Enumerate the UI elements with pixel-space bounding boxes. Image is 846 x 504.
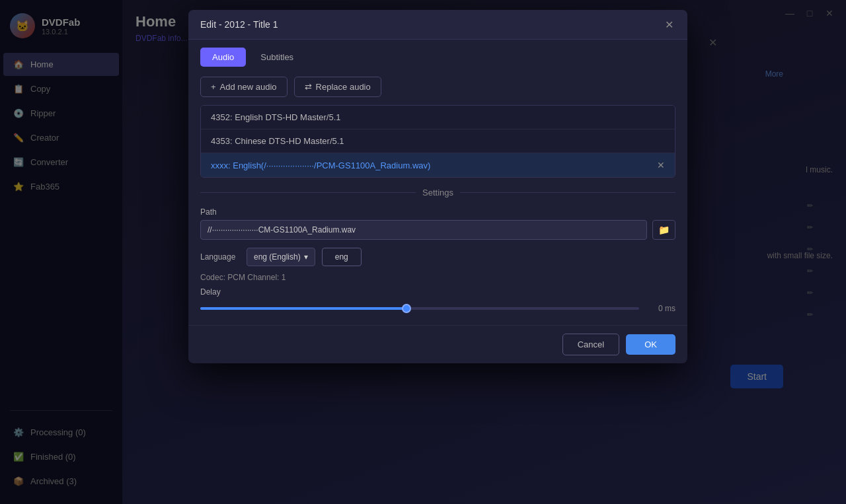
replace-audio-button[interactable]: ⇄ Replace audio (294, 77, 381, 97)
language-section: Language eng (English) ▾ (200, 248, 675, 266)
delay-slider[interactable] (200, 302, 639, 315)
browse-folder-button[interactable]: 📁 (652, 220, 675, 240)
ok-button[interactable]: OK (626, 334, 675, 355)
replace-audio-label: Replace audio (316, 82, 371, 92)
audio-track-xxxx[interactable]: xxxx: English(/····················/PCM-… (201, 153, 675, 177)
settings-label: Settings (422, 188, 453, 198)
path-input-row: 📁 (200, 220, 675, 240)
codec-info: Codec: PCM Channel: 1 (200, 273, 675, 282)
audio-actions: + Add new audio ⇄ Replace audio (200, 77, 675, 97)
replace-icon: ⇄ (305, 82, 312, 92)
dialog-body: + Add new audio ⇄ Replace audio 4352: En… (188, 67, 687, 325)
add-audio-button[interactable]: + Add new audio (200, 77, 288, 97)
dialog-title: Edit - 2012 - Title 1 (200, 19, 278, 30)
add-icon: + (211, 82, 216, 92)
tab-audio[interactable]: Audio (200, 48, 246, 67)
chevron-down-icon: ▾ (304, 252, 308, 262)
track-remove-button[interactable]: ✕ (657, 160, 665, 170)
language-select[interactable]: eng (English) ▾ (247, 248, 315, 266)
path-input[interactable] (200, 220, 647, 240)
dialog-tabs: Audio Subtitles (188, 40, 687, 67)
settings-divider: Settings (200, 188, 675, 198)
tab-subtitles[interactable]: Subtitles (249, 48, 305, 67)
delay-row: 0 ms (200, 302, 675, 315)
cancel-button[interactable]: Cancel (562, 334, 619, 355)
add-audio-label: Add new audio (220, 82, 277, 92)
audio-tracks-list: 4352: English DTS-HD Master/5.1 4353: Ch… (200, 105, 675, 178)
dialog-footer: Cancel OK (188, 325, 687, 363)
edit-dialog: Edit - 2012 - Title 1 ✕ Audio Subtitles … (188, 10, 687, 363)
audio-track-4353[interactable]: 4353: Chinese DTS-HD Master/5.1 (201, 129, 675, 153)
path-section: Path 📁 (200, 207, 675, 240)
delay-value: 0 ms (649, 304, 675, 313)
delay-label: Delay (200, 287, 675, 297)
dialog-header: Edit - 2012 - Title 1 ✕ (188, 10, 687, 40)
language-code-input[interactable] (322, 248, 362, 266)
dialog-close-button[interactable]: ✕ (662, 18, 675, 31)
audio-track-4352[interactable]: 4352: English DTS-HD Master/5.1 (201, 106, 675, 129)
path-label: Path (200, 207, 675, 217)
language-label: Language (200, 252, 240, 262)
